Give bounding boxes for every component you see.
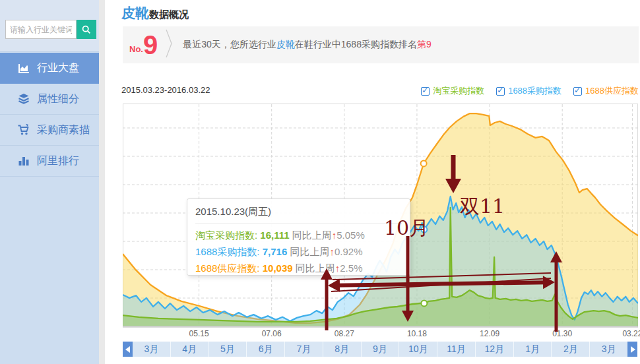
sidebar-item-3[interactable]: 采购商素描	[0, 115, 99, 146]
sidebar-item-label: 行业大盘	[37, 61, 79, 75]
page-title: 皮靴数据概况	[121, 4, 189, 22]
tooltip-series-value: 10,039	[263, 262, 293, 274]
search-button[interactable]	[77, 20, 96, 39]
tooltip-series-label: 1688采购指数:	[195, 246, 260, 257]
legend-label: 1688采购指数	[508, 85, 561, 97]
month-cell-4[interactable]: 6月	[246, 342, 284, 357]
month-next-button[interactable]	[627, 342, 637, 357]
month-next-icon	[630, 346, 635, 353]
month-cell-3[interactable]: 5月	[208, 342, 247, 357]
legend-checkbox[interactable]	[496, 87, 505, 96]
x-tick-label: 08.27	[335, 329, 354, 338]
sidebar-item-label: 阿里排行	[37, 154, 79, 168]
rank-keyword: 皮靴	[276, 39, 295, 49]
legend-item-2[interactable]: 1688采购指数	[496, 85, 561, 97]
industry-dashboard: 行业大盘属性细分采购商素描阿里排行 皮靴数据概况 No.9 最近30天，您所选行…	[0, 0, 640, 364]
month-cell-13[interactable]: 3月	[589, 342, 627, 357]
x-tick-label: 05.15	[189, 329, 209, 338]
sidebar: 行业大盘属性细分采购商素描阿里排行	[0, 0, 99, 364]
tooltip-row: 1688采购指数: 7,716 同比上周↑0.92%	[195, 243, 402, 260]
tooltip-percent: 2.5%	[340, 262, 362, 274]
month-cell-1[interactable]: 3月	[133, 342, 170, 357]
search-input[interactable]	[5, 20, 77, 39]
title-suffix: 数据概况	[149, 9, 189, 20]
tooltip-compare-label: 同比上周	[292, 229, 332, 241]
month-cell-5[interactable]: 7月	[284, 342, 323, 357]
legend-label: 1688供应指数	[585, 85, 639, 97]
rank-text: 最近30天，您所选行业皮靴在鞋行业中1688采购指数排名第9	[183, 39, 432, 51]
rank-text-prefix: 最近30天，您所选行业	[183, 39, 276, 49]
tooltip-compare-label: 同比上周	[290, 246, 329, 257]
title-keyword: 皮靴	[121, 5, 149, 20]
month-nav: 3月4月5月6月7月8月9月10月11月12月1月2月3月	[123, 342, 637, 357]
month-cell-11[interactable]: 1月	[513, 342, 552, 357]
tooltip-compare-label: 同比上周	[296, 262, 335, 274]
rank-no-label: No.	[129, 44, 143, 54]
x-axis-labels: 05.1507.0608.2710.1812.0901.3003.22	[123, 329, 638, 338]
month-cell-7[interactable]: 9月	[361, 342, 399, 357]
sidebar-menu: 行业大盘属性细分采购商素描阿里排行	[0, 53, 99, 177]
rank-value: 第9	[417, 39, 432, 49]
layers-icon	[17, 92, 30, 106]
month-cell-9[interactable]: 11月	[437, 342, 475, 357]
rank-divider-chevron	[166, 29, 174, 61]
month-cell-8[interactable]: 10月	[399, 342, 437, 357]
month-prev-icon	[125, 346, 131, 353]
chart-legend: 淘宝采购指数1688采购指数1688供应指数	[123, 85, 639, 97]
chart-tooltip: 2015.10.23(周五) 淘宝采购指数: 16,111 同比上周↑5.05%…	[187, 198, 410, 276]
sidebar-item-label: 属性细分	[37, 92, 79, 106]
legend-item-1[interactable]: 淘宝采购指数	[421, 85, 484, 97]
tooltip-row: 淘宝采购指数: 16,111 同比上周↑5.05%	[195, 227, 402, 243]
sidebar-item-1[interactable]: 行业大盘	[0, 53, 99, 84]
search-icon	[81, 24, 92, 35]
month-cell-10[interactable]: 12月	[475, 342, 513, 357]
legend-label: 淘宝采购指数	[433, 85, 484, 97]
up-arrow-icon: ↑	[329, 246, 335, 257]
tooltip-percent: 5.05%	[336, 229, 365, 241]
trend-icon	[17, 62, 30, 75]
x-tick-label: 03.22	[622, 329, 640, 338]
x-tick-label: 12.09	[480, 329, 499, 338]
sidebar-divider-strip	[99, 0, 105, 364]
legend-checkbox[interactable]	[573, 87, 582, 96]
x-tick-label: 07.06	[262, 329, 282, 338]
bars-icon	[17, 154, 30, 167]
month-cell-12[interactable]: 2月	[551, 342, 589, 357]
month-prev-button[interactable]	[123, 342, 133, 357]
legend-item-3[interactable]: 1688供应指数	[573, 85, 639, 97]
tooltip-series-value: 7,716	[263, 246, 288, 257]
tooltip-row: 1688供应指数: 10,039 同比上周↑2.5%	[195, 260, 402, 276]
month-cell-2[interactable]: 4月	[170, 342, 208, 357]
tooltip-rows: 淘宝采购指数: 16,111 同比上周↑5.05%1688采购指数: 7,716…	[195, 227, 402, 276]
sidebar-item-4[interactable]: 阿里排行	[0, 146, 99, 177]
rank-text-middle: 在鞋行业中1688采购指数排名	[295, 39, 417, 49]
tooltip-series-label: 1688供应指数:	[195, 262, 260, 274]
tooltip-series-label: 淘宝采购指数:	[195, 229, 257, 241]
sidebar-item-2[interactable]: 属性细分	[0, 84, 99, 115]
legend-checkbox[interactable]	[421, 87, 430, 96]
month-cells: 3月4月5月6月7月8月9月10月11月12月1月2月3月	[133, 342, 627, 357]
cart-icon	[17, 123, 30, 136]
x-tick-label: 01.30	[552, 329, 572, 338]
tooltip-title: 2015.10.23(周五)	[195, 206, 402, 224]
rank-banner: No.9 最近30天，您所选行业皮靴在鞋行业中1688采购指数排名第9	[123, 26, 639, 63]
sidebar-item-label: 采购商素描	[37, 123, 90, 137]
tooltip-series-value: 16,111	[260, 229, 289, 241]
rank-number-group: No.9	[129, 31, 158, 59]
tooltip-percent: 0.92%	[335, 246, 363, 257]
rank-number: 9	[143, 31, 158, 59]
x-tick-label: 10.18	[407, 329, 427, 338]
month-cell-6[interactable]: 8月	[323, 342, 361, 357]
sidebar-search	[0, 0, 99, 52]
